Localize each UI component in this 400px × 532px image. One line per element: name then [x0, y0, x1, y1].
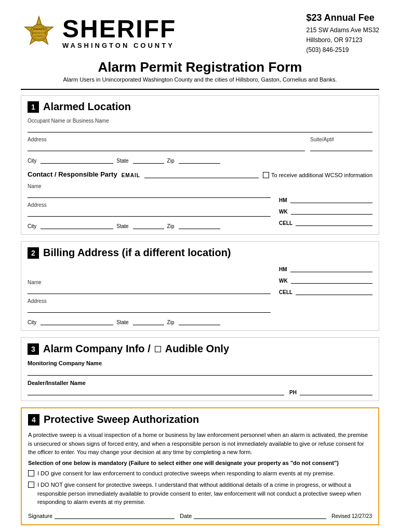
billing-cell-label: CELL: [279, 289, 292, 295]
section2-number: 2: [28, 247, 39, 259]
billing-state-input[interactable]: [133, 317, 164, 325]
fee-info-block: $23 Annual Fee 215 SW Adams Ave MS32 Hil…: [306, 10, 379, 55]
email-input[interactable]: [144, 170, 259, 178]
consent-no-checkbox[interactable]: [28, 482, 34, 488]
wcso-label: To receive additional WCSO information: [271, 172, 372, 178]
signature-label: Signature: [28, 513, 52, 519]
ph-input[interactable]: [300, 387, 372, 395]
dealer-row: Dealer/Installer Name PH: [28, 380, 372, 395]
ph-field-group: PH: [289, 387, 372, 395]
section4-protective-sweep: 4 Protective Sweep Authorization A prote…: [21, 407, 379, 525]
sheriff-badge-icon: SHERIFF WASHINGTON COUNTY: [21, 15, 57, 51]
signature-input[interactable]: [55, 511, 175, 519]
selection-notice: Selection of one below is mandatory (Fai…: [28, 460, 372, 466]
section1-number: 1: [28, 101, 39, 113]
billing-address-label: Address: [28, 298, 271, 304]
consent-yes-checkbox[interactable]: [28, 470, 34, 476]
section2-billing: 2 Billing Address (if a different locati…: [21, 241, 379, 331]
date-label: Date: [180, 513, 192, 519]
consent-no-text: I DO NOT give consent for protective swe…: [37, 481, 372, 507]
form-title: Alarm Permit Registration Form: [21, 59, 379, 75]
audible-label: Audible Only: [165, 343, 229, 355]
billing-address-input[interactable]: [28, 304, 271, 313]
billing-cell-input[interactable]: [296, 287, 372, 295]
billing-wk-row: WK: [279, 275, 372, 284]
dealer-field-group: Dealer/Installer Name: [28, 380, 284, 395]
dealer-input[interactable]: [28, 387, 284, 395]
billing-zip-input[interactable]: [179, 317, 220, 325]
audible-checkbox[interactable]: [155, 346, 161, 352]
occupant-input[interactable]: [28, 124, 372, 132]
date-input[interactable]: [194, 511, 326, 519]
section4-title: Protective Sweep Authorization: [44, 414, 199, 425]
top-divider: [21, 89, 379, 90]
zip-label: Zip: [167, 158, 175, 164]
billing-city-label: City: [28, 320, 36, 325]
signature-row: Signature Date Revised 12/27/23: [28, 511, 372, 519]
monitoring-company-input[interactable]: [28, 367, 372, 376]
section3-alarm-company: 3 Alarm Company Info / Audible Only Moni…: [21, 337, 379, 401]
section4-number: 4: [28, 414, 39, 425]
fee-phone: (503) 846-2519: [306, 45, 379, 55]
state-input[interactable]: [133, 155, 164, 164]
billing-phones: HM WK CELL: [279, 264, 372, 325]
consent-yes-text: I DO give consent for law enforcement to…: [37, 469, 335, 478]
billing-wk-label: WK: [279, 278, 288, 284]
billing-city-state-zip: City State Zip: [28, 317, 271, 325]
wk-phone-row: WK: [279, 206, 372, 215]
suite-field-group: Suite/Apt#: [310, 137, 372, 151]
hm-input[interactable]: [290, 195, 372, 203]
billing-zip-label: Zip: [167, 320, 175, 325]
cell-label: CELL: [279, 220, 292, 226]
occupant-label: Occupant Name or Business Name: [28, 118, 372, 124]
contact-label: Contact / Responsible Party: [28, 170, 117, 178]
monitoring-company-group: Monitoring Company Name: [28, 360, 372, 376]
contact-state-input[interactable]: [133, 221, 164, 229]
consent-no-row: I DO NOT give consent for protective swe…: [28, 481, 372, 507]
section3-number: 3: [28, 343, 39, 355]
suite-input[interactable]: [310, 143, 372, 151]
hm-phone-row: HM: [279, 195, 372, 203]
fee-address2: Hillsboro, OR 97123: [306, 35, 379, 45]
city-state-zip-row: City State Zip: [28, 155, 372, 164]
sheriff-name-group: SHERIFF WASHINGTON COUNTY: [62, 17, 176, 49]
billing-state-label: State: [116, 320, 128, 325]
zip-input[interactable]: [179, 155, 220, 164]
contact-zip-input[interactable]: [179, 221, 220, 229]
contact-city-state-zip: City State Zip: [28, 221, 271, 229]
section4-header: 4 Protective Sweep Authorization: [28, 414, 372, 425]
contact-city-label: City: [28, 223, 36, 229]
svg-text:COUNTY: COUNTY: [35, 35, 44, 37]
billing-address-group: Address: [28, 298, 271, 313]
address-suite-row: Address Suite/Apt#: [28, 137, 372, 151]
wcso-checkbox[interactable]: [263, 172, 269, 178]
billing-name-group: Name: [28, 280, 271, 294]
billing-hm-row: HM: [279, 264, 372, 272]
billing-left: Name Address City State Zip: [28, 264, 271, 325]
wk-input[interactable]: [291, 206, 372, 215]
contact-left: Name Address City State Zip: [28, 183, 271, 229]
city-input[interactable]: [41, 155, 113, 164]
billing-hm-input[interactable]: [290, 264, 372, 272]
state-label: State: [116, 158, 128, 164]
suite-label: Suite/Apt#: [310, 137, 372, 142]
signature-group: Signature: [28, 511, 175, 519]
contact-fields-row: Name Address City State Zip: [28, 183, 372, 229]
contact-state-label: State: [116, 223, 128, 229]
billing-name-input[interactable]: [28, 286, 271, 294]
contact-header-row: Contact / Responsible Party EMAIL To rec…: [28, 170, 372, 178]
city-label: City: [28, 158, 36, 164]
contact-city-input[interactable]: [41, 221, 113, 229]
billing-wk-input[interactable]: [291, 275, 372, 284]
contact-address-input[interactable]: [28, 208, 271, 217]
sheriff-title: SHERIFF: [62, 17, 176, 42]
contact-section: Contact / Responsible Party EMAIL To rec…: [28, 170, 372, 229]
contact-name-input[interactable]: [28, 190, 271, 198]
billing-city-input[interactable]: [41, 317, 113, 325]
section2-title: Billing Address (if a different location…: [43, 247, 231, 259]
ph-label: PH: [289, 390, 297, 395]
occupant-field-group: Occupant Name or Business Name: [28, 118, 372, 132]
cell-input[interactable]: [296, 218, 372, 226]
address-input[interactable]: [28, 143, 305, 151]
form-subtitle: Alarm Users in Unincorporated Washington…: [21, 76, 379, 83]
